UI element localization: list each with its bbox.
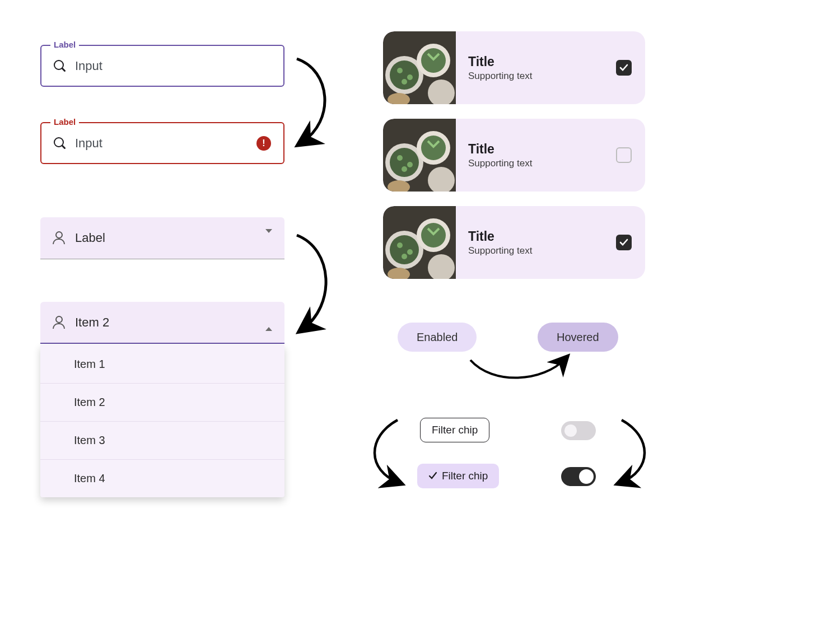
select-value: Item 2 <box>75 315 109 330</box>
select-option[interactable]: Item 4 <box>40 459 284 497</box>
switch-knob <box>564 424 577 437</box>
list-item-support: Supporting text <box>468 158 616 169</box>
filter-chip-outline[interactable]: Filter chip <box>420 418 489 442</box>
text-field-label: Label <box>50 40 79 49</box>
check-icon <box>428 472 437 480</box>
select-menu: Item 1 Item 2 Item 3 Item 4 <box>40 345 284 497</box>
chip-hovered[interactable]: Hovered <box>538 323 618 352</box>
text-field-value: Input <box>75 59 102 73</box>
list-item-support: Supporting text <box>468 245 616 256</box>
checkbox-checked[interactable] <box>616 235 632 250</box>
search-icon <box>54 137 66 150</box>
error-icon: ! <box>256 136 271 151</box>
list-item-thumbnail <box>383 31 456 104</box>
switch-knob <box>579 469 594 484</box>
person-icon <box>53 316 65 329</box>
text-field-error[interactable]: Label Input ! <box>40 122 284 164</box>
switch-off[interactable] <box>561 421 596 440</box>
text-field-value: Input <box>75 136 102 151</box>
list-item-title: Title <box>468 229 616 244</box>
check-icon <box>619 237 629 248</box>
list-item-support: Supporting text <box>468 71 616 82</box>
search-icon <box>54 60 66 72</box>
list-item-thumbnail <box>383 119 456 192</box>
person-icon <box>53 232 65 244</box>
checkbox-checked[interactable] <box>616 60 632 76</box>
select-label: Label <box>75 231 105 245</box>
list-item-thumbnail <box>383 206 456 279</box>
chevron-down-icon <box>265 229 272 242</box>
list-item-title: Title <box>468 142 616 157</box>
select-open[interactable]: Item 2 <box>40 302 284 344</box>
check-icon <box>619 63 629 73</box>
list-item[interactable]: Title Supporting text <box>383 206 645 279</box>
chevron-up-icon <box>265 318 272 331</box>
switch-on[interactable] <box>561 467 596 486</box>
text-field-label: Label <box>50 117 79 127</box>
list-item[interactable]: Title Supporting text <box>383 119 645 192</box>
select-option[interactable]: Item 2 <box>40 383 284 421</box>
checkbox-unchecked[interactable] <box>616 147 632 163</box>
select-closed[interactable]: Label <box>40 217 284 259</box>
select-option[interactable]: Item 1 <box>40 345 284 383</box>
list-item-title: Title <box>468 54 616 69</box>
filter-chip-label: Filter chip <box>442 470 488 482</box>
list-item[interactable]: Title Supporting text <box>383 31 645 104</box>
text-field-default[interactable]: Label Input <box>40 45 284 87</box>
select-option[interactable]: Item 3 <box>40 421 284 459</box>
filter-chip-selected[interactable]: Filter chip <box>417 464 499 488</box>
chip-enabled[interactable]: Enabled <box>398 323 477 352</box>
